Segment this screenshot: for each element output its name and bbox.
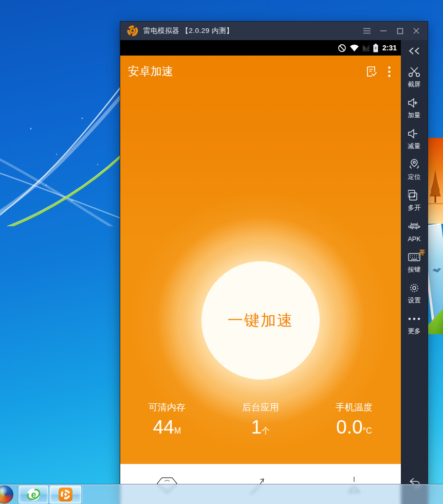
sidebar-label: APK	[408, 236, 420, 243]
multi-instance-icon	[408, 189, 420, 202]
stat-temp-label: 手机温度	[307, 401, 401, 413]
location-icon	[408, 158, 420, 171]
one-key-boost-button[interactable]: 一键加速	[201, 261, 320, 380]
stat-apps-unit: 个	[262, 426, 270, 435]
android-screen: 2:31 安卓加速	[120, 40, 401, 504]
menu-button[interactable]	[359, 23, 375, 39]
emulator-sidebar: 截屏 加量 减量	[401, 40, 428, 504]
sidebar-label: 加量	[408, 111, 421, 120]
stat-memory-unit: M	[174, 426, 181, 435]
more-dots-icon	[408, 312, 421, 326]
start-orb[interactable]	[0, 485, 13, 503]
sidebar-label: 多开	[408, 204, 421, 212]
maximize-button[interactable]	[392, 23, 408, 39]
sidebar-item-settings[interactable]: 设置	[401, 278, 428, 309]
stat-memory-value: 44	[153, 417, 174, 438]
sidebar-item-multi-instance[interactable]: 多开	[401, 185, 428, 216]
gear-icon	[408, 281, 420, 295]
ldplayer-icon	[59, 488, 72, 501]
sidebar-label: 设置	[408, 296, 421, 305]
stat-temp-value: 0.0	[336, 417, 362, 438]
double-chevron-left-icon	[409, 47, 420, 55]
sidebar-item-keymap[interactable]: 开 按键	[401, 247, 428, 278]
sidebar-item-volume-up[interactable]: 加量	[401, 93, 428, 123]
sidebar-label: 定位	[408, 173, 421, 182]
scissors-icon	[408, 65, 420, 79]
stat-memory: 可清内存 44M	[120, 401, 214, 437]
taskbar-separator	[17, 485, 18, 503]
android-statusbar: 2:31	[120, 40, 401, 56]
task-report-icon[interactable]	[363, 63, 380, 80]
sidebar-item-screenshot[interactable]: 截屏	[401, 62, 428, 93]
keymap-overlay-text: 开	[419, 248, 425, 257]
taskbar-ldplayer-button[interactable]	[50, 485, 81, 503]
sidebar-label: 更多	[408, 327, 421, 336]
sidebar-item-volume-down[interactable]: 减量	[401, 123, 428, 154]
apk-robot-icon: APK	[408, 221, 421, 234]
sidebar-item-more[interactable]: 更多	[401, 309, 428, 339]
windows-taskbar: e	[0, 484, 443, 504]
window-title: 雷电模拟器 【2.0.29 内测】	[143, 26, 359, 35]
window-titlebar: 雷电模拟器 【2.0.29 内测】	[120, 22, 428, 40]
app-header: 安卓加速	[120, 56, 401, 87]
sidebar-item-apk[interactable]: APK APK	[401, 216, 428, 247]
cell-signal-icon	[362, 44, 370, 52]
stat-apps-label: 后台应用	[214, 401, 307, 413]
desktop-photo-autumn	[427, 138, 443, 224]
overflow-menu-icon[interactable]	[380, 63, 398, 80]
sidebar-label: 减量	[408, 142, 421, 151]
stat-memory-label: 可清内存	[120, 401, 214, 413]
browser-icon: e	[27, 488, 41, 501]
stats-row: 可清内存 44M 后台应用 1个 手机温度 0.0°C	[120, 401, 401, 437]
stat-temperature: 手机温度 0.0°C	[307, 401, 401, 437]
close-button[interactable]	[408, 23, 424, 39]
taskbar-separator	[48, 485, 49, 503]
stat-apps-value: 1	[251, 417, 262, 438]
clock-text: 2:31	[382, 44, 397, 52]
ldplayer-logo-icon	[127, 25, 138, 37]
minimize-button[interactable]	[375, 23, 392, 39]
boost-label: 一键加速	[228, 310, 293, 331]
wifi-icon	[349, 44, 359, 52]
emulator-window: 雷电模拟器 【2.0.29 内测】	[120, 22, 428, 504]
sidebar-label: 按键	[408, 265, 421, 274]
taskbar-browser-button[interactable]: e	[19, 485, 48, 503]
no-signal-icon	[338, 44, 346, 52]
aurora-streaks	[0, 0, 120, 226]
app-main: 安卓加速 一	[120, 56, 401, 464]
sidebar-label: 截屏	[408, 80, 421, 89]
taskbar-separator	[81, 485, 82, 503]
keyboard-icon: 开	[408, 250, 420, 264]
collapse-sidebar-button[interactable]	[401, 40, 428, 62]
battery-charging-icon	[373, 44, 378, 52]
volume-down-icon	[408, 127, 421, 140]
stat-background-apps: 后台应用 1个	[214, 401, 307, 437]
volume-up-icon	[408, 96, 421, 110]
app-title: 安卓加速	[128, 64, 363, 79]
sidebar-item-locate[interactable]: 定位	[401, 154, 428, 185]
svg-text:APK: APK	[411, 224, 418, 227]
stat-temp-unit: °C	[363, 426, 372, 435]
